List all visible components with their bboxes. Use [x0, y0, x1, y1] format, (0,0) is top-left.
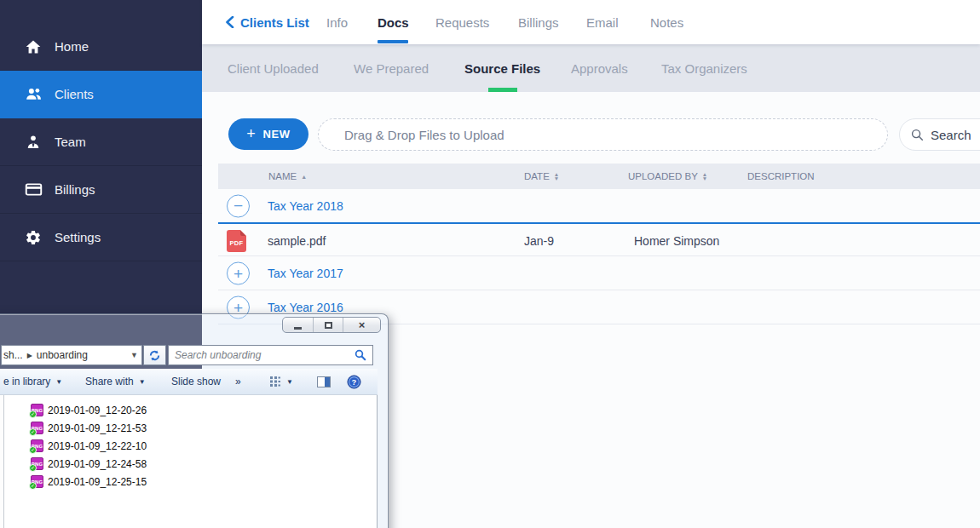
home-icon: [24, 37, 43, 56]
breadcrumb-arrow-icon: ▶: [27, 352, 32, 359]
address-bar[interactable]: sh... ▶ unboarding ▼: [1, 345, 142, 365]
table-row-file[interactable]: PDF sample.pdf Jan-9 Homer Simpson: [218, 226, 980, 256]
breadcrumb-current[interactable]: unboarding: [37, 349, 88, 361]
column-header-description[interactable]: DESCRIPTION: [747, 164, 815, 189]
column-header-name[interactable]: NAME▲: [268, 164, 307, 189]
file-date: Jan-9: [524, 234, 554, 248]
file-list: PNG✓ 2019-01-09_12-20-26 PNG✓ 2019-01-09…: [31, 401, 147, 491]
list-item[interactable]: PNG✓ 2019-01-09_12-21-53: [31, 419, 147, 437]
png-file-icon: PNG✓: [31, 439, 43, 452]
expand-group-button[interactable]: +: [227, 262, 250, 285]
tab-billings[interactable]: Billings: [518, 0, 559, 44]
views-icon: [269, 376, 281, 387]
team-icon: [24, 133, 43, 152]
list-item[interactable]: PNG✓ 2019-01-09_12-20-26: [31, 401, 147, 419]
check-overlay-icon: ✓: [29, 482, 37, 490]
chevron-left-icon: [225, 16, 234, 28]
back-to-clients-list-link[interactable]: Clients List: [225, 0, 309, 44]
billings-icon: [24, 181, 43, 199]
sidebar-item-home[interactable]: Home: [0, 23, 202, 71]
group-label[interactable]: Tax Year 2018: [268, 199, 343, 213]
tab-email[interactable]: Email: [586, 0, 619, 44]
svg-text:?: ?: [352, 376, 357, 386]
preview-pane-icon: [317, 376, 331, 387]
subtab-tax-organizers[interactable]: Tax Organizers: [661, 44, 747, 92]
sidebar-item-billings[interactable]: Billings: [0, 166, 202, 214]
table-row-group-2018: − Tax Year 2018: [218, 189, 980, 224]
share-with-menu[interactable]: Share with▼: [85, 376, 146, 387]
sidebar-item-label: Settings: [55, 230, 101, 244]
sidebar-item-settings[interactable]: Settings: [0, 214, 202, 261]
group-label[interactable]: Tax Year 2017: [268, 267, 343, 280]
sort-icon: ▲▼: [702, 172, 707, 181]
check-overlay-icon: ✓: [29, 410, 37, 418]
toolbar-overflow-chevron[interactable]: »: [235, 376, 241, 387]
slide-show-button[interactable]: Slide show: [171, 376, 221, 387]
gear-icon: [24, 228, 43, 247]
navigation-pane-scrollbar[interactable]: [0, 395, 4, 528]
list-item[interactable]: PNG✓ 2019-01-09_12-25-15: [31, 473, 147, 491]
check-overlay-icon: ✓: [29, 464, 37, 472]
png-file-icon: PNG✓: [31, 475, 43, 488]
sidebar-item-label: Home: [55, 39, 89, 54]
chevron-down-icon: ▼: [139, 378, 146, 386]
sidebar-item-team[interactable]: Team: [0, 118, 202, 166]
search-icon: [911, 129, 924, 141]
subtab-client-uploaded[interactable]: Client Uploaded: [228, 44, 319, 92]
file-name[interactable]: sample.pdf: [268, 234, 326, 248]
refresh-icon: [148, 349, 161, 362]
table-header: [218, 164, 980, 189]
drag-drop-upload-zone[interactable]: Drag & Drop Files to Upload: [318, 118, 888, 151]
list-item[interactable]: PNG✓ 2019-01-09_12-24-58: [31, 455, 147, 473]
group-label[interactable]: Tax Year 2016: [268, 301, 343, 314]
help-icon: ?: [347, 375, 361, 389]
restore-button[interactable]: [313, 318, 343, 332]
window-caption-buttons: ×: [282, 317, 381, 333]
sort-icon: ▲▼: [554, 172, 559, 181]
restore-icon: [325, 322, 332, 329]
search-input[interactable]: Search: [899, 118, 980, 151]
help-button[interactable]: ?: [347, 375, 361, 389]
tab-notes[interactable]: Notes: [650, 0, 683, 44]
breadcrumb-truncated[interactable]: sh...: [3, 349, 23, 361]
tab-docs[interactable]: Docs: [378, 0, 409, 44]
list-item[interactable]: PNG✓ 2019-01-09_12-22-10: [31, 437, 147, 455]
include-in-library-menu[interactable]: e in library▼: [3, 376, 62, 387]
change-view-button[interactable]: ▼: [269, 376, 293, 387]
plus-icon: +: [246, 126, 256, 141]
refresh-button[interactable]: [143, 345, 166, 365]
collapse-group-button[interactable]: −: [227, 194, 250, 217]
sidebar-item-clients[interactable]: Clients: [0, 71, 202, 118]
tab-requests[interactable]: Requests: [435, 0, 489, 44]
explorer-file-list-area: PNG✓ 2019-01-09_12-20-26 PNG✓ 2019-01-09…: [0, 395, 378, 528]
sidebar-item-label: Team: [55, 135, 86, 149]
preview-pane-button[interactable]: [317, 376, 331, 387]
close-button[interactable]: ×: [343, 318, 380, 332]
tab-info[interactable]: Info: [326, 0, 348, 44]
explorer-window[interactable]: × sh... ▶ unboarding ▼ Search unboarding…: [0, 313, 389, 528]
close-icon: ×: [359, 319, 366, 330]
explorer-toolbar: e in library▼ Share with▼ Slide show » ▼…: [0, 369, 378, 395]
minimize-button[interactable]: [283, 318, 313, 332]
subtab-source-files[interactable]: Source Files: [464, 44, 540, 92]
search-icon: [355, 349, 366, 361]
sidebar-item-label: Billings: [55, 182, 95, 197]
pdf-file-icon: PDF: [227, 230, 246, 252]
chevron-down-icon: ▼: [55, 378, 62, 386]
file-uploaded-by: Homer Simpson: [634, 234, 719, 248]
address-dropdown-icon[interactable]: ▼: [130, 351, 138, 359]
check-overlay-icon: ✓: [29, 428, 37, 436]
png-file-icon: PNG✓: [31, 404, 43, 416]
png-file-icon: PNG✓: [31, 422, 43, 434]
minimize-icon: [294, 327, 302, 330]
check-overlay-icon: ✓: [29, 446, 37, 454]
subtab-we-prepared[interactable]: We Prepared: [354, 44, 429, 92]
new-button[interactable]: + NEW: [228, 118, 308, 150]
explorer-search-input[interactable]: Search unboarding: [168, 345, 373, 365]
png-file-icon: PNG✓: [31, 457, 43, 470]
subtab-approvals[interactable]: Approvals: [571, 44, 628, 92]
clients-icon: [24, 85, 43, 104]
chevron-down-icon: ▼: [286, 378, 293, 386]
column-header-date[interactable]: DATE▲▼: [524, 164, 559, 189]
column-header-uploaded-by[interactable]: UPLOADED BY▲▼: [628, 164, 707, 189]
